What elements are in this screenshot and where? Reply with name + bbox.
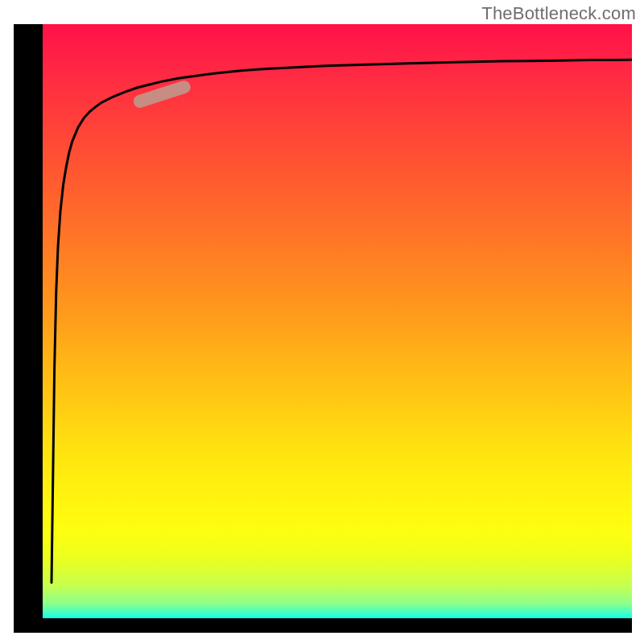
x-axis (14, 618, 632, 633)
plot-background (43, 24, 632, 618)
chart-container: TheBottleneck.com (0, 0, 644, 644)
watermark-label: TheBottleneck.com (481, 3, 636, 24)
y-axis (14, 24, 43, 618)
